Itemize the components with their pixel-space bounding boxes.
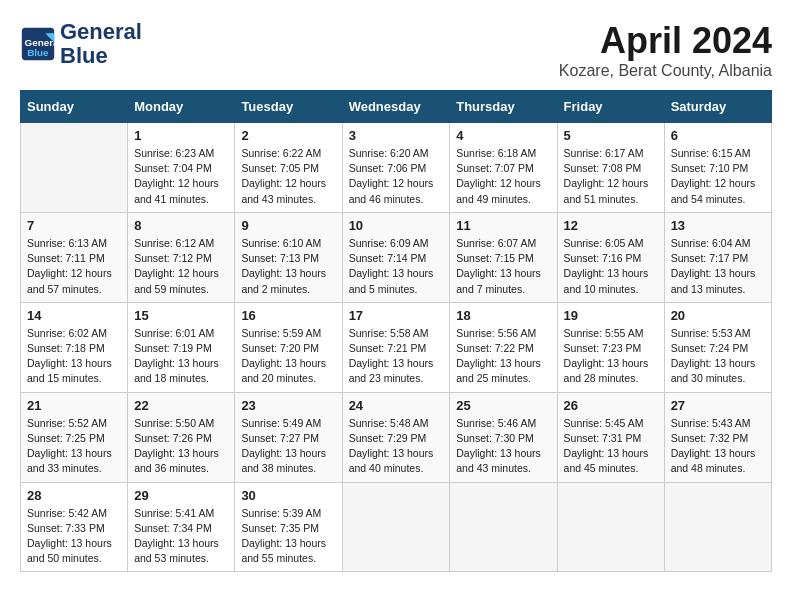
day-number: 29 bbox=[134, 488, 228, 503]
day-info: Sunrise: 5:42 AMSunset: 7:33 PMDaylight:… bbox=[27, 506, 121, 567]
calendar-day-cell: 10Sunrise: 6:09 AMSunset: 7:14 PMDayligh… bbox=[342, 212, 450, 302]
day-info: Sunrise: 6:20 AMSunset: 7:06 PMDaylight:… bbox=[349, 146, 444, 207]
empty-day-cell bbox=[450, 482, 557, 572]
day-info: Sunrise: 6:18 AMSunset: 7:07 PMDaylight:… bbox=[456, 146, 550, 207]
day-number: 6 bbox=[671, 128, 765, 143]
weekday-header-tuesday: Tuesday bbox=[235, 91, 342, 123]
day-number: 13 bbox=[671, 218, 765, 233]
day-info: Sunrise: 5:56 AMSunset: 7:22 PMDaylight:… bbox=[456, 326, 550, 387]
day-number: 20 bbox=[671, 308, 765, 323]
day-info: Sunrise: 5:52 AMSunset: 7:25 PMDaylight:… bbox=[27, 416, 121, 477]
day-number: 8 bbox=[134, 218, 228, 233]
empty-day-cell bbox=[21, 123, 128, 213]
day-number: 10 bbox=[349, 218, 444, 233]
day-number: 23 bbox=[241, 398, 335, 413]
day-info: Sunrise: 6:07 AMSunset: 7:15 PMDaylight:… bbox=[456, 236, 550, 297]
day-number: 12 bbox=[564, 218, 658, 233]
day-info: Sunrise: 5:46 AMSunset: 7:30 PMDaylight:… bbox=[456, 416, 550, 477]
calendar-day-cell: 13Sunrise: 6:04 AMSunset: 7:17 PMDayligh… bbox=[664, 212, 771, 302]
calendar-day-cell: 9Sunrise: 6:10 AMSunset: 7:13 PMDaylight… bbox=[235, 212, 342, 302]
day-info: Sunrise: 6:09 AMSunset: 7:14 PMDaylight:… bbox=[349, 236, 444, 297]
day-info: Sunrise: 6:17 AMSunset: 7:08 PMDaylight:… bbox=[564, 146, 658, 207]
calendar-week-row: 28Sunrise: 5:42 AMSunset: 7:33 PMDayligh… bbox=[21, 482, 772, 572]
page-header: General Blue General Blue April 2024 Koz… bbox=[20, 20, 772, 80]
day-number: 26 bbox=[564, 398, 658, 413]
day-number: 30 bbox=[241, 488, 335, 503]
day-number: 18 bbox=[456, 308, 550, 323]
calendar-day-cell: 6Sunrise: 6:15 AMSunset: 7:10 PMDaylight… bbox=[664, 123, 771, 213]
day-info: Sunrise: 5:55 AMSunset: 7:23 PMDaylight:… bbox=[564, 326, 658, 387]
day-info: Sunrise: 5:53 AMSunset: 7:24 PMDaylight:… bbox=[671, 326, 765, 387]
calendar-day-cell: 15Sunrise: 6:01 AMSunset: 7:19 PMDayligh… bbox=[128, 302, 235, 392]
calendar-day-cell: 14Sunrise: 6:02 AMSunset: 7:18 PMDayligh… bbox=[21, 302, 128, 392]
day-number: 22 bbox=[134, 398, 228, 413]
calendar-day-cell: 8Sunrise: 6:12 AMSunset: 7:12 PMDaylight… bbox=[128, 212, 235, 302]
day-number: 3 bbox=[349, 128, 444, 143]
calendar-day-cell: 25Sunrise: 5:46 AMSunset: 7:30 PMDayligh… bbox=[450, 392, 557, 482]
day-info: Sunrise: 5:50 AMSunset: 7:26 PMDaylight:… bbox=[134, 416, 228, 477]
title-area: April 2024 Kozare, Berat County, Albania bbox=[559, 20, 772, 80]
weekday-header-thursday: Thursday bbox=[450, 91, 557, 123]
day-number: 19 bbox=[564, 308, 658, 323]
day-info: Sunrise: 6:15 AMSunset: 7:10 PMDaylight:… bbox=[671, 146, 765, 207]
day-number: 14 bbox=[27, 308, 121, 323]
calendar-day-cell: 23Sunrise: 5:49 AMSunset: 7:27 PMDayligh… bbox=[235, 392, 342, 482]
empty-day-cell bbox=[342, 482, 450, 572]
weekday-header-wednesday: Wednesday bbox=[342, 91, 450, 123]
calendar-day-cell: 5Sunrise: 6:17 AMSunset: 7:08 PMDaylight… bbox=[557, 123, 664, 213]
day-info: Sunrise: 6:02 AMSunset: 7:18 PMDaylight:… bbox=[27, 326, 121, 387]
day-number: 16 bbox=[241, 308, 335, 323]
day-info: Sunrise: 6:05 AMSunset: 7:16 PMDaylight:… bbox=[564, 236, 658, 297]
logo-text: General Blue bbox=[60, 20, 142, 68]
day-info: Sunrise: 6:01 AMSunset: 7:19 PMDaylight:… bbox=[134, 326, 228, 387]
calendar-day-cell: 26Sunrise: 5:45 AMSunset: 7:31 PMDayligh… bbox=[557, 392, 664, 482]
calendar-week-row: 1Sunrise: 6:23 AMSunset: 7:04 PMDaylight… bbox=[21, 123, 772, 213]
calendar-day-cell: 22Sunrise: 5:50 AMSunset: 7:26 PMDayligh… bbox=[128, 392, 235, 482]
day-number: 17 bbox=[349, 308, 444, 323]
weekday-header-monday: Monday bbox=[128, 91, 235, 123]
calendar-week-row: 21Sunrise: 5:52 AMSunset: 7:25 PMDayligh… bbox=[21, 392, 772, 482]
day-info: Sunrise: 5:49 AMSunset: 7:27 PMDaylight:… bbox=[241, 416, 335, 477]
calendar-table: SundayMondayTuesdayWednesdayThursdayFrid… bbox=[20, 90, 772, 572]
day-number: 28 bbox=[27, 488, 121, 503]
location-title: Kozare, Berat County, Albania bbox=[559, 62, 772, 80]
calendar-day-cell: 11Sunrise: 6:07 AMSunset: 7:15 PMDayligh… bbox=[450, 212, 557, 302]
day-number: 24 bbox=[349, 398, 444, 413]
logo: General Blue General Blue bbox=[20, 20, 142, 68]
calendar-day-cell: 12Sunrise: 6:05 AMSunset: 7:16 PMDayligh… bbox=[557, 212, 664, 302]
day-info: Sunrise: 5:41 AMSunset: 7:34 PMDaylight:… bbox=[134, 506, 228, 567]
calendar-day-cell: 28Sunrise: 5:42 AMSunset: 7:33 PMDayligh… bbox=[21, 482, 128, 572]
weekday-header-friday: Friday bbox=[557, 91, 664, 123]
calendar-day-cell: 3Sunrise: 6:20 AMSunset: 7:06 PMDaylight… bbox=[342, 123, 450, 213]
day-info: Sunrise: 5:43 AMSunset: 7:32 PMDaylight:… bbox=[671, 416, 765, 477]
day-number: 11 bbox=[456, 218, 550, 233]
day-number: 25 bbox=[456, 398, 550, 413]
calendar-day-cell: 2Sunrise: 6:22 AMSunset: 7:05 PMDaylight… bbox=[235, 123, 342, 213]
day-info: Sunrise: 6:10 AMSunset: 7:13 PMDaylight:… bbox=[241, 236, 335, 297]
calendar-day-cell: 20Sunrise: 5:53 AMSunset: 7:24 PMDayligh… bbox=[664, 302, 771, 392]
svg-text:Blue: Blue bbox=[27, 47, 49, 58]
day-info: Sunrise: 5:59 AMSunset: 7:20 PMDaylight:… bbox=[241, 326, 335, 387]
day-number: 27 bbox=[671, 398, 765, 413]
day-info: Sunrise: 6:12 AMSunset: 7:12 PMDaylight:… bbox=[134, 236, 228, 297]
day-number: 2 bbox=[241, 128, 335, 143]
day-info: Sunrise: 6:13 AMSunset: 7:11 PMDaylight:… bbox=[27, 236, 121, 297]
day-info: Sunrise: 6:22 AMSunset: 7:05 PMDaylight:… bbox=[241, 146, 335, 207]
calendar-day-cell: 29Sunrise: 5:41 AMSunset: 7:34 PMDayligh… bbox=[128, 482, 235, 572]
weekday-header-saturday: Saturday bbox=[664, 91, 771, 123]
day-info: Sunrise: 6:23 AMSunset: 7:04 PMDaylight:… bbox=[134, 146, 228, 207]
day-info: Sunrise: 5:45 AMSunset: 7:31 PMDaylight:… bbox=[564, 416, 658, 477]
day-info: Sunrise: 6:04 AMSunset: 7:17 PMDaylight:… bbox=[671, 236, 765, 297]
calendar-day-cell: 1Sunrise: 6:23 AMSunset: 7:04 PMDaylight… bbox=[128, 123, 235, 213]
weekday-header-sunday: Sunday bbox=[21, 91, 128, 123]
day-info: Sunrise: 5:48 AMSunset: 7:29 PMDaylight:… bbox=[349, 416, 444, 477]
calendar-week-row: 14Sunrise: 6:02 AMSunset: 7:18 PMDayligh… bbox=[21, 302, 772, 392]
calendar-day-cell: 30Sunrise: 5:39 AMSunset: 7:35 PMDayligh… bbox=[235, 482, 342, 572]
day-number: 9 bbox=[241, 218, 335, 233]
day-number: 7 bbox=[27, 218, 121, 233]
weekday-header-row: SundayMondayTuesdayWednesdayThursdayFrid… bbox=[21, 91, 772, 123]
empty-day-cell bbox=[557, 482, 664, 572]
day-info: Sunrise: 5:39 AMSunset: 7:35 PMDaylight:… bbox=[241, 506, 335, 567]
calendar-day-cell: 16Sunrise: 5:59 AMSunset: 7:20 PMDayligh… bbox=[235, 302, 342, 392]
calendar-day-cell: 24Sunrise: 5:48 AMSunset: 7:29 PMDayligh… bbox=[342, 392, 450, 482]
